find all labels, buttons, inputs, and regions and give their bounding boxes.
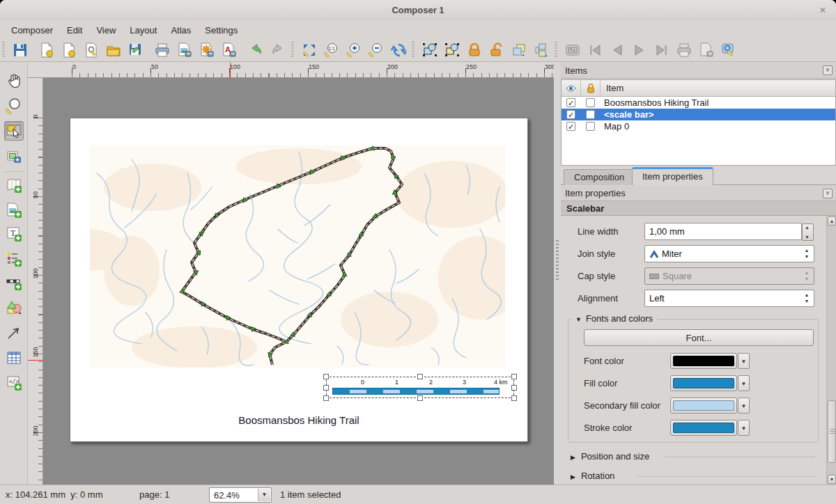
fonts-colors-collapser[interactable]: ▼Fonts and colors — [571, 313, 657, 324]
scrollbar-handle[interactable] — [828, 400, 836, 463]
map-item[interactable] — [90, 145, 505, 368]
join-style-combo[interactable]: Miter — [644, 245, 814, 262]
composition-canvas[interactable]: 0 1 2 3 4 km — [43, 78, 554, 485]
add-arrow-tool-icon[interactable] — [4, 323, 24, 342]
last-feature-icon[interactable] — [651, 40, 673, 60]
zoom-out-icon[interactable] — [365, 40, 387, 60]
zoom-tool-icon[interactable] — [4, 96, 24, 116]
print-atlas-icon[interactable] — [673, 40, 695, 60]
unlock-items-icon[interactable] — [486, 40, 508, 60]
toolbar-grip[interactable] — [291, 42, 296, 58]
scroll-up-icon[interactable]: ▲ — [828, 216, 836, 226]
menu-composer[interactable]: Composer — [4, 22, 60, 38]
item-row-scalebar[interactable]: ✓ <scale bar> — [562, 109, 835, 120]
combo-arrows-icon[interactable] — [801, 292, 812, 305]
zoom-level-combo[interactable]: 62.4% ▼ — [209, 487, 272, 503]
composer-manager-icon[interactable] — [80, 40, 102, 60]
selection-handle[interactable] — [417, 374, 423, 379]
visibility-checkbox[interactable]: ✓ — [566, 110, 575, 119]
fill-color-button[interactable] — [670, 375, 737, 391]
font-color-dropdown-icon[interactable] — [738, 353, 750, 369]
item-properties-close-icon[interactable]: × — [823, 189, 833, 198]
label-item[interactable]: Boosmansbos Hiking Trail — [70, 414, 527, 426]
rotation-collapser[interactable]: ▶Rotation — [571, 471, 614, 481]
font-button[interactable]: Font... — [584, 329, 814, 346]
selection-handle[interactable] — [323, 385, 329, 391]
selection-handle[interactable] — [323, 395, 329, 401]
export-as-image-icon[interactable] — [173, 40, 196, 60]
move-item-content-icon[interactable] — [441, 40, 463, 60]
stroke-color-dropdown-icon[interactable] — [738, 420, 750, 436]
atlas-settings-icon[interactable] — [718, 40, 740, 60]
menu-atlas[interactable]: Atlas — [164, 22, 198, 38]
refresh-view-icon[interactable] — [387, 40, 410, 60]
raise-items-icon[interactable] — [530, 40, 552, 60]
add-label-tool-icon[interactable]: T — [4, 224, 24, 244]
scalebar-item[interactable]: 0 1 2 3 4 km — [326, 377, 514, 398]
move-item-content-tool-icon[interactable] — [4, 148, 24, 167]
first-feature-icon[interactable] — [584, 40, 606, 60]
select-move-item-icon[interactable] — [419, 40, 441, 60]
menu-edit[interactable]: Edit — [60, 22, 89, 38]
add-html-frame-tool-icon[interactable]: </> — [4, 373, 24, 393]
zoom-full-icon[interactable] — [298, 40, 320, 60]
selection-handle[interactable] — [323, 374, 329, 379]
selection-handle[interactable] — [511, 385, 517, 391]
select-move-item-tool-icon[interactable] — [4, 121, 24, 141]
selection-handle[interactable] — [511, 374, 517, 379]
add-image-tool-icon[interactable] — [4, 200, 24, 220]
visibility-checkbox[interactable]: ✓ — [566, 122, 575, 131]
load-template-icon[interactable] — [102, 40, 125, 60]
save-project-icon[interactable] — [9, 40, 31, 60]
toolbar-grip[interactable] — [555, 42, 559, 58]
group-items-icon[interactable] — [508, 40, 530, 60]
new-composer-icon[interactable] — [36, 40, 58, 60]
menu-layout[interactable]: Layout — [123, 22, 164, 38]
tab-item-properties[interactable]: Item properties — [632, 167, 713, 185]
scroll-down-icon[interactable]: ▼ — [828, 475, 836, 484]
alignment-combo[interactable]: Left — [644, 290, 814, 307]
line-width-input[interactable]: 1,00 mm — [644, 223, 802, 240]
line-width-spin-buttons[interactable] — [802, 223, 814, 241]
print-icon[interactable] — [151, 40, 173, 60]
selection-handle[interactable] — [417, 395, 423, 401]
secondary-fill-color-button[interactable] — [670, 397, 737, 414]
properties-scrollbar[interactable]: ▲ ▼ — [826, 216, 836, 485]
secondary-fill-color-dropdown-icon[interactable] — [738, 397, 750, 414]
item-label[interactable]: <scale bar> — [595, 109, 654, 120]
zoom-combo-dropdown-icon[interactable]: ▼ — [258, 489, 270, 501]
zoom-actual-size-icon[interactable]: 1:1 — [320, 40, 343, 60]
previous-feature-icon[interactable] — [606, 40, 628, 60]
item-row-hiking-trail[interactable]: ✓ Boosmansbos Hiking Trail — [562, 97, 835, 109]
selection-handle[interactable] — [511, 395, 517, 401]
lock-checkbox[interactable] — [586, 122, 595, 131]
item-row-map0[interactable]: ✓ Map 0 — [562, 120, 835, 132]
tab-composition[interactable]: Composition — [564, 169, 635, 185]
export-atlas-icon[interactable] — [695, 40, 718, 60]
item-label[interactable]: Map 0 — [595, 121, 629, 132]
pan-tool-icon[interactable] — [4, 71, 24, 90]
toolbar-grip[interactable] — [412, 42, 417, 58]
duplicate-composer-icon[interactable] — [58, 40, 80, 60]
items-panel-close-icon[interactable]: × — [823, 65, 833, 75]
next-feature-icon[interactable] — [628, 40, 651, 60]
combo-arrows-icon[interactable] — [801, 247, 812, 260]
window-close-button[interactable]: × — [816, 4, 829, 17]
redo-icon[interactable] — [267, 40, 289, 60]
toolbar-grip[interactable] — [2, 42, 7, 58]
lock-items-icon[interactable] — [463, 40, 486, 60]
menu-settings[interactable]: Settings — [198, 22, 245, 38]
add-legend-tool-icon[interactable] — [4, 249, 24, 269]
add-basic-shape-tool-icon[interactable] — [4, 298, 24, 317]
add-scalebar-tool-icon[interactable] — [4, 273, 24, 292]
position-size-collapser[interactable]: ▶Position and size — [571, 451, 649, 462]
item-label[interactable]: Boosmansbos Hiking Trail — [595, 97, 709, 108]
export-as-svg-icon[interactable] — [196, 40, 218, 60]
panel-splitter[interactable] — [554, 63, 561, 485]
visibility-checkbox[interactable]: ✓ — [566, 98, 575, 107]
save-template-icon[interactable] — [125, 40, 147, 60]
font-color-button[interactable] — [670, 353, 737, 369]
export-as-pdf-icon[interactable]: A — [218, 40, 240, 60]
lock-checkbox[interactable] — [586, 98, 595, 107]
undo-icon[interactable] — [245, 40, 267, 60]
